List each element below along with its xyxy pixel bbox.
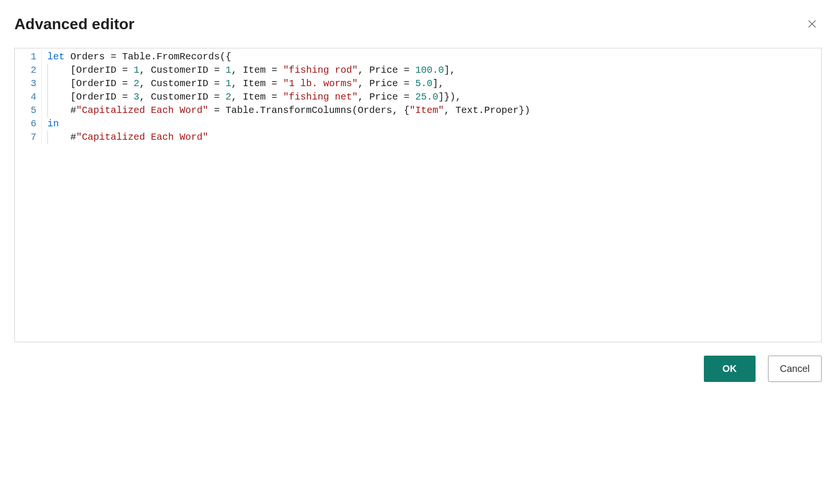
code-token: , Price =	[358, 65, 415, 76]
code-token: , Price =	[358, 91, 415, 102]
code-token: = Table.TransformColumns(Orders, {	[208, 105, 409, 116]
code-line[interactable]: [OrderID = 1, CustomerID = 1, Item = "fi…	[47, 64, 821, 77]
code-token: ]}),	[438, 91, 461, 102]
line-number: 4	[15, 90, 36, 104]
dialog-title: Advanced editor	[14, 15, 135, 33]
code-token: , Item =	[231, 91, 283, 102]
code-line[interactable]: [OrderID = 3, CustomerID = 2, Item = "fi…	[47, 90, 821, 104]
line-number: 1	[15, 50, 36, 64]
code-token: 5.0	[415, 78, 432, 89]
code-token: [OrderID =	[47, 78, 134, 89]
code-area: 1234567 let Orders = Table.FromRecords({…	[15, 48, 821, 144]
line-number: 6	[15, 117, 36, 131]
code-token: , Price =	[358, 78, 415, 89]
line-number-gutter: 1234567	[15, 50, 41, 144]
code-line[interactable]: #"Capitalized Each Word"	[47, 131, 821, 144]
close-button[interactable]	[802, 14, 822, 34]
code-token: 25.0	[415, 91, 438, 102]
line-number: 2	[15, 64, 36, 77]
code-token: [OrderID =	[47, 65, 134, 76]
code-token: "Item"	[409, 105, 444, 116]
code-token: "1 lb. worms"	[283, 78, 358, 89]
code-token: #	[47, 132, 76, 143]
code-line[interactable]: [OrderID = 2, CustomerID = 1, Item = "1 …	[47, 77, 821, 90]
code-token: "fishing net"	[283, 91, 358, 102]
code-token: , Item =	[231, 78, 283, 89]
code-token: , CustomerID =	[139, 65, 226, 76]
code-token: , Item =	[231, 65, 283, 76]
code-token: 2	[226, 91, 231, 102]
code-token: 100.0	[415, 65, 444, 76]
dialog-footer: OK Cancel	[14, 356, 822, 382]
line-number: 5	[15, 104, 36, 117]
code-token: 1	[134, 65, 139, 76]
line-number: 3	[15, 77, 36, 90]
advanced-editor-dialog: Advanced editor 1234567 let Orders = Tab…	[14, 14, 822, 382]
code-token: , CustomerID =	[139, 91, 226, 102]
code-token: in	[47, 118, 59, 129]
code-token: "Capitalized Each Word"	[76, 105, 208, 116]
code-token: #	[47, 105, 76, 116]
code-lines[interactable]: let Orders = Table.FromRecords({ [OrderI…	[41, 50, 821, 144]
code-token: ],	[444, 65, 455, 76]
ok-button[interactable]: OK	[704, 356, 756, 382]
cancel-button[interactable]: Cancel	[768, 356, 822, 382]
dialog-header: Advanced editor	[14, 14, 822, 34]
code-token: , CustomerID =	[139, 78, 226, 89]
code-token: 3	[134, 91, 139, 102]
code-token: [OrderID =	[47, 91, 134, 102]
code-token: 1	[226, 65, 231, 76]
code-line[interactable]: let Orders = Table.FromRecords({	[47, 50, 821, 64]
code-token: 1	[226, 78, 231, 89]
line-number: 7	[15, 131, 36, 144]
close-icon	[807, 19, 817, 29]
code-token: , Text.Proper})	[444, 105, 530, 116]
code-token: let	[47, 51, 65, 62]
code-editor[interactable]: 1234567 let Orders = Table.FromRecords({…	[14, 48, 822, 342]
code-token: "fishing rod"	[283, 65, 358, 76]
code-line[interactable]: #"Capitalized Each Word" = Table.Transfo…	[47, 104, 821, 117]
code-line[interactable]: in	[47, 117, 821, 131]
code-token: Orders = Table.FromRecords({	[65, 51, 231, 62]
code-token: 2	[134, 78, 139, 89]
code-token: ],	[432, 78, 444, 89]
code-token: "Capitalized Each Word"	[76, 132, 208, 143]
